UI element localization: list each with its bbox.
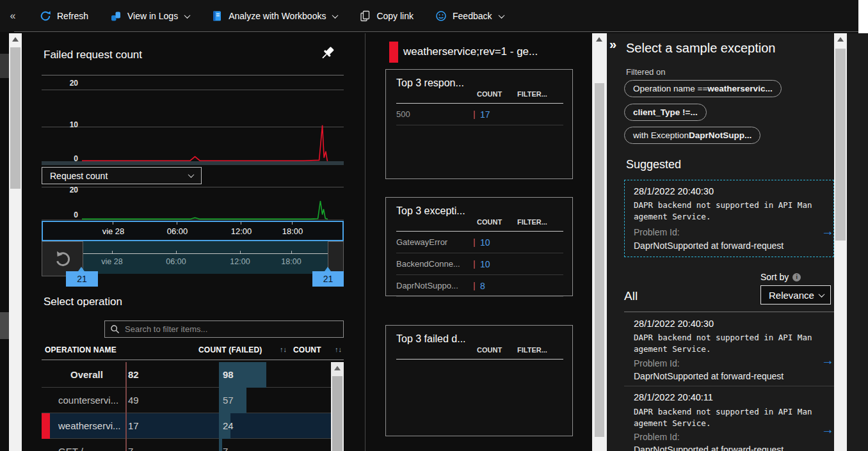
scroll-up-icon[interactable] bbox=[12, 37, 19, 42]
list-item[interactable]: GatewayError 10 bbox=[396, 232, 563, 253]
axis-tick bbox=[113, 222, 113, 225]
selected-operation-title: weatherservice;rev=1 - ge... bbox=[403, 45, 538, 58]
filter-column-header: FILTER... bbox=[517, 218, 547, 226]
feedback-button[interactable]: Feedback bbox=[435, 10, 503, 22]
table-scrollbar[interactable] bbox=[331, 362, 344, 451]
exception-timestamp: 28/1/2022 20:40:30 bbox=[634, 186, 714, 196]
card-header-divider bbox=[396, 359, 563, 360]
sort-icon[interactable]: ↑↓ bbox=[335, 345, 342, 353]
undo-icon bbox=[53, 249, 72, 269]
view-in-logs-label: View in Logs bbox=[127, 11, 178, 21]
top-exceptions-card: Top 3 excepti... COUNT FILTER... Gateway… bbox=[385, 197, 573, 296]
chevron-down-icon bbox=[188, 171, 195, 178]
table-row[interactable]: counterservi... 49 57 bbox=[42, 388, 331, 413]
analyze-with-workbooks-label: Analyze with Workbooks bbox=[229, 11, 326, 21]
copy-link-button[interactable]: Copy link bbox=[359, 10, 414, 22]
open-exception-arrow-icon[interactable]: → bbox=[821, 353, 834, 368]
chart-top-border bbox=[42, 75, 344, 75]
chevron-down-icon bbox=[184, 12, 191, 19]
col-count[interactable]: COUNT bbox=[293, 345, 321, 354]
filter-pill-client-type[interactable]: client_Type !=... bbox=[624, 104, 707, 121]
filter-pill-operation-name[interactable]: Operation name == weatherservic... bbox=[624, 80, 782, 97]
xaxis-label: 18:00 bbox=[272, 226, 313, 236]
panel-scrollbar[interactable] bbox=[834, 33, 847, 451]
time-brush-selection[interactable]: vie 28 06:00 12:00 18:00 bbox=[42, 221, 344, 241]
scroll-up-icon[interactable] bbox=[596, 37, 602, 42]
list-item[interactable]: DaprNotSuppo... 8 bbox=[396, 275, 563, 297]
table-row-selected[interactable]: weatherservi... 17 24 bbox=[42, 413, 331, 439]
sort-icon[interactable]: ↑↓ bbox=[280, 345, 287, 353]
xaxis-label: 06:00 bbox=[157, 226, 198, 236]
axis-tick bbox=[176, 251, 177, 253]
table-header-divider bbox=[42, 360, 344, 360]
failed-count: 82 bbox=[128, 362, 139, 388]
table-scrollbar-thumb[interactable] bbox=[332, 376, 342, 451]
outer-scrollbar[interactable] bbox=[9, 33, 22, 451]
open-exception-arrow-icon[interactable]: → bbox=[821, 422, 834, 437]
collapse-panel-icon[interactable]: « bbox=[0, 10, 26, 22]
scroll-up-icon[interactable] bbox=[334, 366, 341, 370]
brush-xaxis-label: 12:00 bbox=[220, 257, 261, 266]
gridline-10 bbox=[42, 127, 344, 127]
brush-xaxis-label: 18:00 bbox=[271, 257, 312, 266]
select-operation-title: Select operation bbox=[44, 296, 122, 308]
search-input[interactable] bbox=[125, 324, 338, 334]
metric-select-dropdown[interactable]: Request count bbox=[42, 167, 202, 184]
operation-name: weatherservi... bbox=[58, 413, 121, 439]
operation-name: Overall bbox=[70, 362, 103, 388]
table-row[interactable]: GET /... 7 7 bbox=[42, 439, 331, 451]
details-scrollbar[interactable] bbox=[592, 33, 607, 451]
list-item[interactable]: BackendConne... 10 bbox=[396, 253, 563, 275]
col-count-failed[interactable]: COUNT (FAILED) bbox=[198, 345, 262, 354]
refresh-button[interactable]: Refresh bbox=[40, 10, 88, 22]
gridline-20 bbox=[42, 187, 344, 187]
operation-name: counterservi... bbox=[58, 388, 118, 413]
view-in-logs-button[interactable]: View in Logs bbox=[110, 10, 189, 22]
refresh-icon bbox=[40, 10, 51, 22]
table-row[interactable]: Overall 82 98 bbox=[42, 362, 331, 388]
filter-pill-exception[interactable]: with Exception DaprNotSupp... bbox=[624, 127, 760, 144]
total-count: 98 bbox=[223, 362, 234, 388]
chevron-down-icon bbox=[498, 12, 504, 19]
scroll-up-icon[interactable] bbox=[837, 37, 844, 42]
suggested-label: Suggested bbox=[626, 158, 681, 171]
exception-type: BackendConne... bbox=[396, 253, 460, 275]
count-link[interactable]: 10 bbox=[480, 253, 490, 275]
left-edge-fragment bbox=[0, 312, 9, 339]
filter-value: client_Type !=... bbox=[633, 107, 698, 117]
col-operation-name[interactable]: OPERATION NAME bbox=[45, 345, 117, 354]
sort-dropdown[interactable]: Relevance bbox=[760, 285, 831, 305]
brush-axis-line bbox=[83, 253, 328, 254]
list-item[interactable]: 500 17 bbox=[396, 104, 563, 125]
info-icon[interactable]: i bbox=[792, 273, 801, 281]
operations-table: Overall 82 98 counterservi... 49 57 weat… bbox=[42, 362, 331, 451]
expand-panel-icon[interactable]: » bbox=[609, 37, 616, 52]
pin-icon[interactable] bbox=[319, 45, 338, 64]
panel-scrollbar-thumb[interactable] bbox=[835, 49, 846, 241]
count-link[interactable]: 8 bbox=[480, 275, 485, 297]
item-divider bbox=[624, 386, 834, 386]
section-divider bbox=[624, 312, 834, 312]
details-scrollbar-thumb[interactable] bbox=[595, 83, 604, 437]
count-link[interactable]: 17 bbox=[480, 104, 490, 125]
sort-by-text: Sort by bbox=[760, 272, 789, 282]
count-bar bbox=[219, 439, 222, 451]
chevron-down-icon bbox=[332, 12, 339, 19]
problem-id-value: DaprNotSupported at forward-request bbox=[634, 371, 784, 381]
operation-search[interactable] bbox=[104, 320, 344, 338]
open-exception-arrow-icon[interactable]: → bbox=[821, 224, 834, 239]
exception-message: DAPR backend not supported in API Man bbox=[634, 200, 812, 210]
analyze-with-workbooks-button[interactable]: Analyze with Workbooks bbox=[211, 10, 337, 22]
filter-value: DaprNotSupp... bbox=[689, 131, 751, 140]
outer-scrollbar-thumb[interactable] bbox=[10, 47, 20, 189]
selected-operation-marker bbox=[389, 42, 398, 63]
axis-tick bbox=[241, 222, 241, 225]
brush-end-label[interactable]: 21 bbox=[312, 271, 344, 287]
chart-axis-strip bbox=[42, 161, 344, 165]
filtered-on-label: Filtered on bbox=[626, 67, 665, 77]
failed-count: 49 bbox=[128, 388, 139, 413]
brush-xaxis-label: vie 28 bbox=[92, 257, 133, 266]
count-link[interactable]: 10 bbox=[480, 232, 490, 253]
problem-id-value: DaprNotSupported at forward-request bbox=[634, 445, 784, 451]
brush-start-label[interactable]: 21 bbox=[66, 271, 98, 287]
